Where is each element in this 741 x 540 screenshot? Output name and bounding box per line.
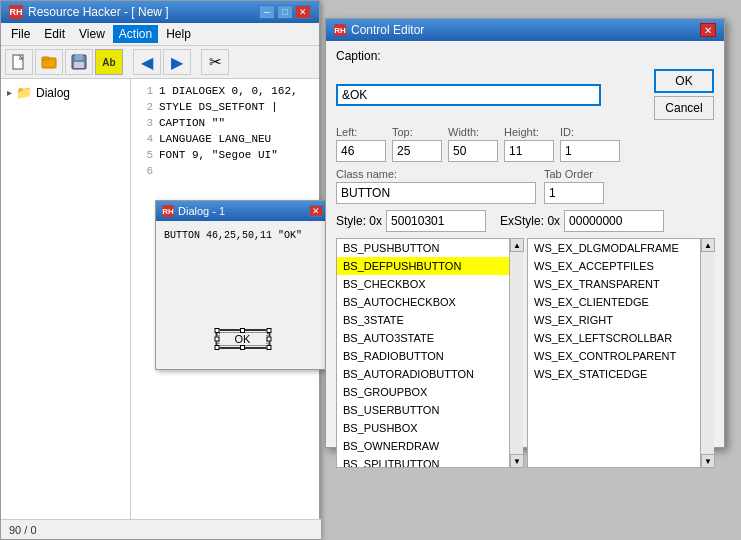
scissors-button[interactable]: ✂ [201, 49, 229, 75]
ce-exstyle-scroll-down[interactable]: ▼ [701, 454, 715, 468]
ce-height-label: Height: [504, 126, 554, 138]
exstyle-list-item-2[interactable]: WS_EX_TRANSPARENT [528, 275, 707, 293]
forward-button[interactable]: ▶ [163, 49, 191, 75]
handle-bc [240, 345, 245, 350]
folder-icon: 📁 [16, 85, 32, 100]
exstyle-list-item-0[interactable]: WS_EX_DLGMODALFRAME [528, 239, 707, 257]
ce-cancel-button[interactable]: Cancel [654, 96, 714, 120]
ce-exstyle-scrollbar: ▲ ▼ [700, 238, 714, 468]
style-list-item-5[interactable]: BS_AUTO3STATE [337, 329, 516, 347]
exstyle-list-item-6[interactable]: WS_EX_CONTROLPARENT [528, 347, 707, 365]
ce-exstyle-scroll-track [701, 252, 714, 454]
ce-height-input[interactable] [504, 140, 554, 162]
ce-style-listbox[interactable]: BS_PUSHBUTTONBS_DEFPUSHBUTTONBS_CHECKBOX… [336, 238, 517, 468]
style-list-item-1[interactable]: BS_DEFPUSHBUTTON [337, 257, 516, 275]
toolbar: Ab ◀ ▶ ✂ [1, 46, 319, 79]
menu-action[interactable]: Action [113, 25, 158, 43]
line-num-1: 1 [135, 83, 153, 99]
ce-style-input[interactable] [386, 210, 486, 232]
back-button[interactable]: ◀ [133, 49, 161, 75]
save-button[interactable] [65, 49, 93, 75]
ce-title: Control Editor [351, 23, 424, 37]
ce-close-button[interactable]: ✕ [700, 23, 716, 37]
handle-tc [240, 328, 245, 333]
style-list-item-3[interactable]: BS_AUTOCHECKBOX [337, 293, 516, 311]
menu-bar: File Edit View Action Help [1, 23, 319, 46]
ce-width-input[interactable] [448, 140, 498, 162]
handle-tr [266, 328, 271, 333]
ce-exstyle-scroll-up[interactable]: ▲ [701, 238, 715, 252]
ce-icon: RH [334, 24, 346, 36]
tree-item-dialog[interactable]: ▸ 📁 Dialog [5, 83, 126, 102]
style-list-item-11[interactable]: BS_OWNERDRAW [337, 437, 516, 455]
svg-rect-5 [74, 62, 84, 68]
ce-exstyle-listbox[interactable]: WS_EX_DLGMODALFRAMEWS_EX_ACCEPTFILESWS_E… [527, 238, 708, 468]
line-num-5: 5 [135, 147, 153, 163]
exstyle-list-item-4[interactable]: WS_EX_RIGHT [528, 311, 707, 329]
style-list-item-10[interactable]: BS_PUSHBOX [337, 419, 516, 437]
ce-dimensions-row: Left: Top: Width: Height: ID: [336, 126, 714, 162]
ce-taborder-input[interactable] [544, 182, 604, 204]
exstyle-list-item-1[interactable]: WS_EX_ACCEPTFILES [528, 257, 707, 275]
menu-help[interactable]: Help [160, 25, 197, 43]
ce-top-input[interactable] [392, 140, 442, 162]
main-window-controls: ─ □ ✕ [259, 5, 311, 19]
text-editor-button[interactable]: Ab [95, 49, 123, 75]
line-text-3: CAPTION "" [159, 115, 225, 131]
ok-button-preview[interactable]: OK [215, 329, 270, 349]
ce-style-scroll-track [510, 252, 523, 454]
style-list-item-2[interactable]: BS_CHECKBOX [337, 275, 516, 293]
ce-classname-row: Class name: Tab Order [336, 168, 714, 204]
ce-taborder-label: Tab Order [544, 168, 604, 180]
ce-title-bar: RH Control Editor ✕ [326, 19, 724, 41]
status-bar: 90 / 0 [1, 519, 321, 539]
style-list-item-4[interactable]: BS_3STATE [337, 311, 516, 329]
line-num-2: 2 [135, 99, 153, 115]
handle-tl [214, 328, 219, 333]
ce-height-group: Height: [504, 126, 554, 162]
ce-classname-input[interactable] [336, 182, 536, 204]
handle-br [266, 345, 271, 350]
exstyle-list-item-3[interactable]: WS_EX_CLIENTEDGE [528, 293, 707, 311]
ce-body: Caption: OK Cancel Left: Top: Width: [326, 41, 724, 476]
menu-view[interactable]: View [73, 25, 111, 43]
ce-classname-label: Class name: [336, 168, 536, 180]
style-list-item-9[interactable]: BS_USERBUTTON [337, 401, 516, 419]
resource-tree[interactable]: ▸ 📁 Dialog [1, 79, 131, 519]
ce-style-scroll-down[interactable]: ▼ [510, 454, 524, 468]
minimize-button[interactable]: ─ [259, 5, 275, 19]
ce-exstyle-input[interactable] [564, 210, 664, 232]
menu-file[interactable]: File [5, 25, 36, 43]
style-list-item-0[interactable]: BS_PUSHBUTTON [337, 239, 516, 257]
ce-ok-button[interactable]: OK [654, 69, 714, 93]
ce-exstyle-label: ExStyle: 0x [500, 214, 560, 228]
exstyle-list-item-5[interactable]: WS_EX_LEFTSCROLLBAR [528, 329, 707, 347]
style-list-item-7[interactable]: BS_AUTORADIOBUTTON [337, 365, 516, 383]
ce-style-row: Style: 0x ExStyle: 0x [336, 210, 714, 232]
code-line-2: 2 STYLE DS_SETFONT | [135, 99, 315, 115]
ce-id-input[interactable] [560, 140, 620, 162]
style-list-item-8[interactable]: BS_GROUPBOX [337, 383, 516, 401]
dialog-preview-window[interactable]: RH Dialog - 1 ✕ BUTTON 46,25,50,11 "OK" … [155, 200, 330, 370]
main-title-bar: RH Resource Hacker - [ New ] ─ □ ✕ [1, 1, 319, 23]
ce-id-label: ID: [560, 126, 620, 138]
line-num-4: 4 [135, 131, 153, 147]
new-button[interactable] [5, 49, 33, 75]
dialog-close-btn[interactable]: ✕ [309, 205, 323, 217]
ce-caption-input[interactable] [336, 84, 601, 106]
dialog-content: BUTTON 46,25,50,11 "OK" OK [156, 221, 329, 369]
ce-style-scroll-up[interactable]: ▲ [510, 238, 524, 252]
ce-style-scrollbar[interactable]: ▲ ▼ [509, 238, 523, 468]
exstyle-list-item-7[interactable]: WS_EX_STATICEDGE [528, 365, 707, 383]
open-button[interactable] [35, 49, 63, 75]
style-list-item-6[interactable]: BS_RADIOBUTTON [337, 347, 516, 365]
ce-left-input[interactable] [336, 140, 386, 162]
code-line-5: 5 FONT 9, "Segoe UI" [135, 147, 315, 163]
close-button[interactable]: ✕ [295, 5, 311, 19]
maximize-button[interactable]: □ [277, 5, 293, 19]
ok-button-label: OK [235, 333, 251, 345]
menu-edit[interactable]: Edit [38, 25, 71, 43]
style-list-item-12[interactable]: BS_SPLITBUTTON [337, 455, 516, 468]
svg-rect-2 [42, 57, 49, 60]
line-text-2: STYLE DS_SETFONT | [159, 99, 278, 115]
